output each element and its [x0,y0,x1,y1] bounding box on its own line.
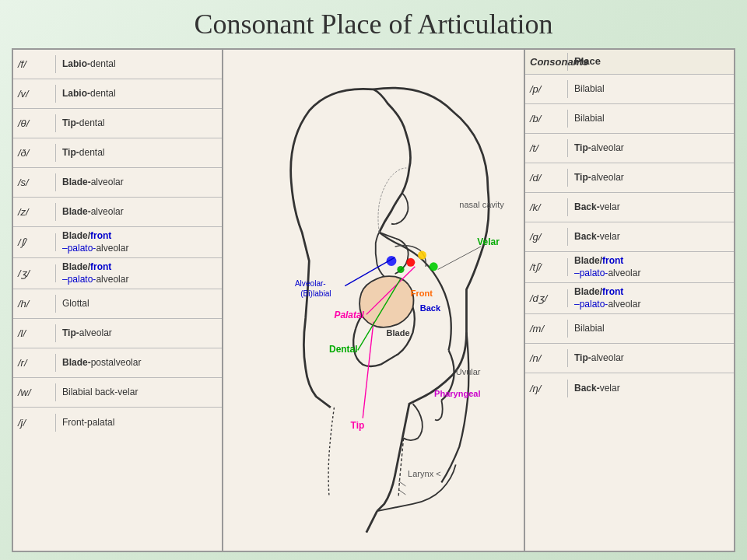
phoneme-cell: /f/ [13,55,56,73]
svg-point-4 [430,262,438,271]
place-cell: Blade/front–palato-alveolar [56,227,222,257]
place-cell: Bilabial back-velar [56,383,222,402]
anatomy-svg: Palatal Front Back Blade Tip nasal cavit… [223,50,524,551]
table-row: /ʃ/ Blade/front–palato-alveolar [13,227,222,258]
svg-text:Blade: Blade [387,328,410,338]
table-row: /m/ Bilabial [525,314,734,344]
phoneme-cell: /ð/ [13,144,56,162]
table-row: /n/ Tip-alveolar [525,344,734,373]
place-cell: Blade/front–palato-alveolar [56,258,222,289]
place-cell: Tip-alveolar [568,139,734,158]
place-cell: Front-palatal [56,414,222,432]
place-cell: Bilabial [568,320,734,338]
table-row: /θ/ Tip-dental [13,109,222,138]
phoneme-cell: /v/ [13,85,56,103]
svg-point-3 [418,251,426,260]
svg-text:Uvular: Uvular [456,368,481,377]
table-row: /ð/ Tip-dental [13,138,222,168]
place-cell: Back-velar [568,198,734,217]
page-container: Consonant Place of Articulation /f/ Labi… [0,0,747,560]
table-row: /ʒ/ Blade/front–palato-alveolar [13,258,222,289]
phoneme-cell: /dʒ/ [525,289,568,307]
svg-text:Velar: Velar [477,236,500,247]
phoneme-cell: /t/ [525,139,568,157]
right-table: Consonants Place /p/ Bilabial /b/ Bilabi… [524,50,734,551]
place-cell: Tip-alveolar [568,349,734,368]
svg-text:nasal cavity: nasal cavity [459,200,504,209]
place-cell: Tip-dental [56,114,222,133]
table-row: /j/ Front-palatal [13,408,222,437]
table-row: /w/ Bilabial back-velar [13,378,222,408]
place-cell: Labio-dental [56,55,222,74]
place-cell: Back-velar [568,380,734,398]
place-cell: Blade-alveolar [56,173,222,192]
svg-line-13 [438,247,481,269]
phoneme-cell: /r/ [13,354,56,372]
phoneme-cell: /θ/ [13,114,56,132]
table-row: /r/ Blade-postalveolar [13,348,222,378]
svg-text:Tip: Tip [351,420,365,431]
table-row: /p/ Bilabial [525,75,734,104]
svg-text:Back: Back [420,303,441,313]
phoneme-cell: /p/ [525,80,568,98]
phoneme-cell: /j/ [13,414,56,432]
svg-text:Front: Front [411,289,433,298]
table-row: /g/ Back-velar [525,222,734,252]
left-table: /f/ Labio-dental /v/ Labio-dental /θ/ Ti… [13,50,223,551]
place-cell: Glottal [56,295,222,313]
table-row: /t/ Tip-alveolar [525,134,734,163]
table-row: /h/ Glottal [13,289,222,319]
svg-text:Dental: Dental [329,344,357,355]
svg-line-10 [363,322,374,418]
place-cell: Bilabial [568,110,734,128]
svg-line-24 [398,490,405,495]
table-header: Consonants Place [525,50,734,75]
svg-text:Palatal: Palatal [334,310,364,320]
phoneme-cell: /g/ [525,228,568,246]
phoneme-cell: /s/ [13,173,56,191]
svg-text:Pharyngeal: Pharyngeal [434,389,480,398]
phoneme-cell: /m/ [525,320,568,338]
phoneme-cell: /ʃ/ [13,233,56,251]
svg-point-2 [406,258,415,267]
place-cell: Blade-alveolar [56,203,222,222]
place-cell: Back-velar [568,228,734,247]
place-cell: Blade-postalveolar [56,354,222,373]
phoneme-cell: /h/ [13,295,56,313]
page-title: Consonant Place of Articulation [12,8,735,40]
table-row: /dʒ/ Blade/front–palato-alveolar [525,283,734,314]
table-row: /l/ Tip-alveolar [13,319,222,348]
svg-text:Larynx <: Larynx < [408,469,441,478]
place-cell: Labio-dental [56,85,222,103]
place-cell: Tip-alveolar [56,324,222,343]
svg-point-1 [397,266,404,273]
phoneme-cell: /w/ [13,383,56,401]
phoneme-cell: /ʒ/ [13,264,56,282]
table-row: /f/ Labio-dental [13,50,222,79]
svg-text:(Bi)labial: (Bi)labial [300,289,331,298]
svg-text:Alveolar-: Alveolar- [295,279,326,288]
table-row: /b/ Bilabial [525,104,734,134]
anatomy-diagram: Palatal Front Back Blade Tip nasal cavit… [223,50,524,551]
phoneme-cell: /k/ [525,198,568,216]
place-cell: Bilabial [568,80,734,99]
phoneme-cell: /l/ [13,324,56,342]
table-row: /d/ Tip-alveolar [525,163,734,193]
place-cell: Tip-dental [56,144,222,163]
table-row: /tʃ/ Blade/front–palato-alveolar [525,252,734,283]
phoneme-cell: /ŋ/ [525,380,568,397]
main-content: /f/ Labio-dental /v/ Labio-dental /θ/ Ti… [12,48,735,552]
place-cell: Blade/front–palato-alveolar [568,283,734,313]
place-cell: Blade/front–palato-alveolar [568,252,734,282]
place-cell: Tip-alveolar [568,169,734,187]
phoneme-cell: /d/ [525,169,568,187]
header-consonants: Consonants [525,53,568,71]
table-row: /z/ Blade-alveolar [13,198,222,227]
table-row: /ŋ/ Back-velar [525,373,734,403]
phoneme-cell: /n/ [525,349,568,367]
phoneme-cell: /tʃ/ [525,258,568,276]
table-row: /k/ Back-velar [525,193,734,222]
header-place: Place [568,52,734,72]
phoneme-cell: /z/ [13,203,56,221]
table-row: /v/ Labio-dental [13,79,222,109]
